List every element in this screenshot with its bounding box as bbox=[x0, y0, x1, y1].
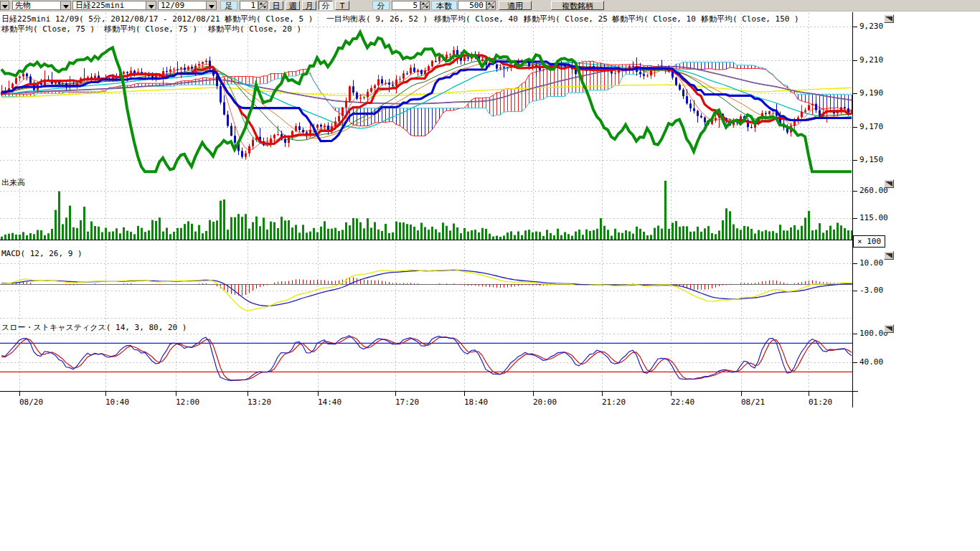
spinner-updown-icon[interactable] bbox=[258, 1, 268, 10]
candlestick-series bbox=[1, 46, 853, 160]
time-axis-label: 01:20 bbox=[809, 397, 832, 407]
moving-average-lines bbox=[1, 55, 852, 150]
symbol-select[interactable]: 日経225mini bbox=[72, 1, 156, 10]
time-axis-label: 17:20 bbox=[395, 397, 419, 407]
legend-item: 一目均衡表( 9, 26, 52 ) bbox=[326, 14, 428, 24]
spinner-updown-icon[interactable] bbox=[420, 1, 430, 10]
toolbar: 先物 日経225mini 12/09 足 1 日週月分T 分 5 本数 500 … bbox=[0, 0, 980, 11]
time-axis-label: 10:40 bbox=[105, 397, 129, 407]
volume-bars bbox=[2, 181, 852, 240]
clipped-combo-chevron-down-icon[interactable] bbox=[0, 1, 9, 10]
price-axis-label: 9,170 bbox=[859, 122, 883, 131]
legend-item: 移動平均( Close, 40 ) bbox=[434, 14, 527, 24]
time-axis-label: 12:00 bbox=[176, 397, 199, 407]
legend-item: 移動平均( Close, 150 ) bbox=[701, 14, 799, 24]
minute-value[interactable]: 5 bbox=[392, 1, 420, 10]
price-axis-label: 9,190 bbox=[859, 88, 883, 98]
macd-panel-series bbox=[1, 270, 852, 311]
bar-type-label[interactable]: 足 bbox=[220, 1, 237, 10]
chart-title: 日経225mini 12/09( 5分, 2012/08/17 - 2012/0… bbox=[1, 14, 230, 24]
volume-multiplier-badge: × 100 bbox=[853, 235, 885, 248]
market-type-select[interactable]: 先物 bbox=[12, 1, 71, 10]
chart-application-window: 先物 日経225mini 12/09 足 1 日週月分T 分 5 本数 500 … bbox=[0, 0, 980, 551]
macd-panel-title: MACD( 12, 26, 9 ) bbox=[1, 249, 83, 258]
time-axis-label: 14:40 bbox=[318, 397, 341, 407]
symbol-value: 日経225mini bbox=[73, 1, 146, 9]
period-button-1[interactable]: 日 bbox=[269, 1, 283, 10]
time-axis-label: 20:00 bbox=[533, 397, 557, 407]
time-axis-label: 22:40 bbox=[671, 397, 694, 407]
stochastics-series bbox=[1, 336, 852, 381]
volume-panel-resize-button[interactable] bbox=[884, 179, 894, 188]
time-axis-label: 08/21 bbox=[741, 397, 765, 407]
time-axis-label: 21:20 bbox=[602, 397, 626, 407]
main-panel-resize-button[interactable] bbox=[884, 14, 894, 23]
price-axis-label: 9,230 bbox=[859, 22, 883, 31]
market-type-value: 先物 bbox=[13, 1, 60, 9]
period-button-2[interactable]: 週 bbox=[286, 1, 300, 10]
macd-panel-resize-button[interactable] bbox=[884, 251, 894, 260]
time-axis-label: 18:40 bbox=[464, 397, 488, 407]
chevron-down-icon[interactable] bbox=[60, 1, 70, 9]
apply-button[interactable]: 適用 bbox=[499, 1, 532, 10]
bar-interval-stepper[interactable]: 1 bbox=[240, 1, 268, 10]
legend-item: 移動平均( Close, 20 ) bbox=[208, 24, 301, 34]
price-chart-canvas bbox=[0, 0, 980, 551]
stochastics-panel-resize-button[interactable] bbox=[884, 324, 894, 333]
macd-axis-label: 10.00 bbox=[859, 258, 883, 268]
volume-panel-title: 出来高 bbox=[1, 177, 25, 188]
ichimoku-lines bbox=[1, 32, 852, 172]
stochastics-panel-title: スロー・ストキャスティクス( 14, 3, 80, 20 ) bbox=[1, 322, 187, 333]
contract-month-value: 12/09 bbox=[159, 1, 206, 9]
stoch-axis-label: 40.00 bbox=[859, 357, 883, 367]
time-axis-label: 13:20 bbox=[248, 397, 271, 407]
legend-item: 移動平均( Close, 5 ) bbox=[225, 14, 313, 24]
bar-count-stepper[interactable]: 500 bbox=[458, 1, 496, 10]
period-button-4[interactable]: 分 bbox=[319, 1, 333, 10]
bar-count-value[interactable]: 500 bbox=[458, 1, 486, 10]
chevron-down-icon[interactable] bbox=[206, 1, 216, 9]
volume-axis-label: 115.00 bbox=[859, 213, 888, 222]
legend-item: 移動平均( Close, 75 ) bbox=[104, 24, 197, 34]
legend-item: 移動平均( Close, 75 ) bbox=[1, 24, 95, 34]
period-button-3[interactable]: 月 bbox=[302, 1, 316, 10]
bar-interval-value[interactable]: 1 bbox=[240, 1, 258, 10]
legend-item: 移動平均( Close, 10 ) bbox=[612, 14, 705, 24]
price-axis-label: 9,150 bbox=[859, 155, 883, 164]
chevron-down-icon[interactable] bbox=[146, 1, 156, 9]
minute-value-stepper[interactable]: 5 bbox=[392, 1, 430, 10]
period-button-5[interactable]: T bbox=[335, 1, 349, 10]
spinner-updown-icon[interactable] bbox=[486, 1, 496, 10]
bar-count-label: 本数 bbox=[431, 1, 457, 10]
contract-month-select[interactable]: 12/09 bbox=[158, 1, 217, 10]
price-axis-label: 9,210 bbox=[859, 55, 883, 65]
macd-axis-label: -3.00 bbox=[859, 286, 883, 295]
multi-symbol-button[interactable]: 複数銘柄 bbox=[551, 1, 604, 10]
time-axis-label: 08/20 bbox=[19, 397, 43, 407]
legend-item: 移動平均( Close, 25 ) bbox=[524, 14, 617, 24]
minute-unit-label[interactable]: 分 bbox=[372, 1, 390, 10]
